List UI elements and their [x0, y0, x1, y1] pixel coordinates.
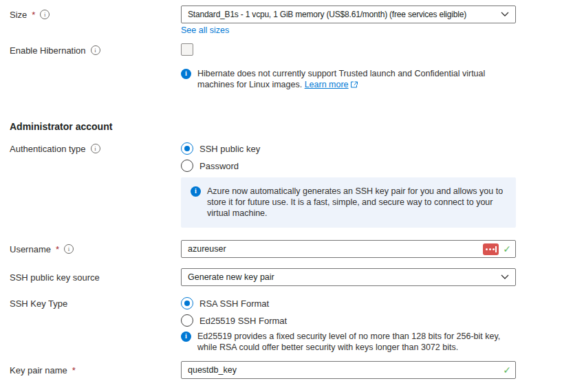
info-filled-icon — [191, 186, 201, 197]
key-type-radio-rsa[interactable]: RSA SSH Format — [181, 296, 269, 310]
ssh-key-source-selected-value: Generate new key pair — [188, 272, 497, 282]
hibernate-note-text: Hibernate does not currently support Tru… — [197, 68, 508, 91]
enable-hibernation-checkbox[interactable] — [181, 43, 193, 56]
key-pair-name-input[interactable] — [182, 362, 499, 378]
size-label-text: Size — [10, 10, 27, 20]
radio-label: Ed25519 SSH Format — [199, 316, 287, 326]
username-field — [181, 240, 516, 258]
required-asterisk: * — [32, 10, 35, 20]
radio-selected-icon — [181, 142, 193, 155]
key-type-radio-ed25519[interactable]: Ed25519 SSH Format — [181, 314, 287, 327]
radio-unselected-icon — [181, 160, 193, 172]
info-filled-icon — [181, 69, 191, 79]
username-label: Username* — [10, 240, 74, 258]
key-pair-name-field — [181, 361, 516, 379]
checkmark-icon — [503, 365, 511, 375]
info-tooltip-icon[interactable] — [91, 45, 100, 55]
auth-radio-password[interactable]: Password — [181, 159, 239, 173]
authentication-type-label-text: Authentication type — [10, 144, 86, 154]
ed25519-note: Ed25519 provides a fixed security level … — [181, 331, 516, 353]
enable-hibernation-label: Enable Hibernation — [10, 43, 100, 57]
key-pair-name-label-text: Key pair name — [10, 365, 67, 375]
ssh-key-source-label: SSH public key source — [10, 268, 100, 286]
radio-label: SSH public key — [199, 144, 260, 154]
required-asterisk: * — [72, 365, 76, 375]
info-tooltip-icon[interactable] — [40, 10, 50, 19]
size-selected-value: Standard_B1s - 1 vcpu, 1 GiB memory (US$… — [188, 10, 497, 19]
required-asterisk: * — [56, 244, 59, 254]
ssh-key-source-label-text: SSH public key source — [10, 272, 100, 283]
ssh-key-type-label: SSH Key Type — [10, 296, 67, 310]
enable-hibernation-label-text: Enable Hibernation — [10, 45, 86, 56]
size-label: Size* — [10, 6, 50, 23]
see-all-sizes-link[interactable]: See all sizes — [181, 25, 229, 35]
username-input[interactable] — [182, 241, 483, 257]
info-tooltip-icon[interactable] — [64, 244, 74, 254]
ed25519-note-text: Ed25519 provides a fixed security level … — [197, 331, 516, 353]
checkmark-icon — [503, 244, 511, 254]
key-pair-name-label: Key pair name* — [10, 361, 76, 379]
vm-create-form: Size* Standard_B1s - 1 vcpu, 1 GiB memor… — [0, 0, 573, 392]
auth-radio-ssh-public-key[interactable]: SSH public key — [181, 142, 260, 155]
chevron-down-icon — [501, 274, 509, 280]
authentication-type-label: Authentication type — [10, 142, 100, 155]
radio-selected-icon — [181, 297, 193, 309]
ssh-keypair-note-box: Azure now automatically generates an SSH… — [181, 177, 516, 228]
password-manager-icon[interactable] — [483, 243, 499, 255]
ssh-keypair-note-text: Azure now automatically generates an SSH… — [207, 186, 504, 219]
external-link-icon — [351, 80, 358, 91]
info-tooltip-icon[interactable] — [91, 144, 100, 153]
info-filled-icon — [181, 331, 191, 342]
chevron-down-icon — [501, 12, 509, 17]
radio-unselected-icon — [181, 314, 193, 327]
username-label-text: Username — [10, 244, 51, 254]
radio-label: Password — [199, 161, 239, 171]
radio-label: RSA SSH Format — [199, 298, 269, 309]
learn-more-link[interactable]: Learn more — [305, 80, 349, 89]
admin-account-section-title: Administrator account — [10, 121, 112, 132]
ssh-key-source-select[interactable]: Generate new key pair — [181, 268, 516, 286]
hibernate-note: Hibernate does not currently support Tru… — [181, 68, 508, 91]
ssh-key-type-label-text: SSH Key Type — [10, 298, 67, 309]
size-select[interactable]: Standard_B1s - 1 vcpu, 1 GiB memory (US$… — [181, 6, 516, 23]
